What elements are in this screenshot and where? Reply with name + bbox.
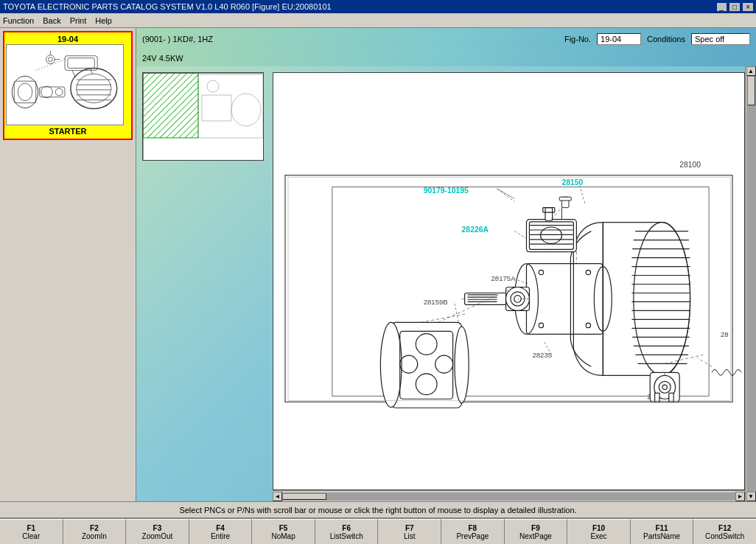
titlebar-title: TOYOTA ELECTRONIC PARTS CATALOG SYSTEM V… xyxy=(3,2,332,11)
figno-value: 19-04 xyxy=(597,33,641,45)
fkey-f7[interactable]: F7List xyxy=(378,519,441,544)
svg-point-85 xyxy=(455,327,469,403)
label-28175a: 28175A xyxy=(491,275,517,283)
fkey-f10[interactable]: F10Exec xyxy=(567,519,631,544)
scrollbar-thumb[interactable] xyxy=(747,76,755,105)
left-panel: 19-04 xyxy=(0,28,136,501)
fkey-f5[interactable]: F5NoMap xyxy=(252,519,315,544)
fkey-f3[interactable]: F3ZoomOut xyxy=(126,519,189,544)
scrollbar-track[interactable] xyxy=(746,76,756,492)
thumbnail-svg xyxy=(7,45,123,125)
main-container: 19-04 xyxy=(0,28,756,501)
fkey-f4[interactable]: F4Entire xyxy=(189,519,253,544)
scrollbar-right[interactable]: ▲ ▼ xyxy=(745,66,756,501)
fkey-f9[interactable]: F9NextPage xyxy=(505,519,568,544)
thumbnail-label: STARTER xyxy=(6,125,130,137)
fkey-f1[interactable]: F1Clear xyxy=(0,519,63,544)
status-text: Select PNCs or P/Ns with scroll bar or m… xyxy=(179,506,576,515)
function-keys-bar: F1ClearF2ZoomInF3ZoomOutF4EntireF5NoMapF… xyxy=(0,517,756,544)
scrollbar-left-button[interactable]: ◄ xyxy=(273,492,282,501)
figure-area[interactable]: 28100 90179-10195 28150 28226A 28175A 28… xyxy=(136,66,756,501)
thumbnail-box[interactable]: 19-04 xyxy=(3,31,133,140)
info-left: (9001- ) 1KD#, 1HZ xyxy=(142,35,213,43)
preview-svg xyxy=(143,73,264,161)
fkey-f2[interactable]: F2ZoomIn xyxy=(63,519,127,544)
fkey-f6[interactable]: F6ListSwitch xyxy=(315,519,379,544)
label-28226a: 28226A xyxy=(462,226,489,234)
diagram-svg: 28100 90179-10195 28150 28226A 28175A 28… xyxy=(273,73,744,489)
conditions-label: Conditions xyxy=(647,35,685,43)
svg-rect-26 xyxy=(143,73,198,138)
menu-help[interactable]: Help xyxy=(95,16,112,25)
menu-print[interactable]: Print xyxy=(70,16,87,25)
scrollbar-down-button[interactable]: ▼ xyxy=(746,492,756,501)
svg-point-76 xyxy=(506,287,530,310)
label-28235: 28235 xyxy=(532,351,552,359)
content-area: (9001- ) 1KD#, 1HZ Fig-No. 19-04 Conditi… xyxy=(136,28,756,501)
minimize-button[interactable]: _ xyxy=(717,3,727,11)
svg-rect-102 xyxy=(559,197,571,200)
thumbnail-figno: 19-04 xyxy=(6,34,130,44)
status-bar: Select PNCs or P/Ns with scroll bar or m… xyxy=(0,501,756,517)
subtitle-text: 24V 4.5KW xyxy=(142,54,183,63)
menu-back[interactable]: Back xyxy=(43,16,60,25)
info-right: Fig-No. 19-04 Conditions Spec off xyxy=(564,33,750,45)
scrollbar-right-button[interactable]: ► xyxy=(735,492,745,501)
conditions-value: Spec off xyxy=(691,33,750,45)
svg-point-84 xyxy=(380,322,402,407)
maximize-button[interactable]: □ xyxy=(729,3,740,11)
svg-rect-91 xyxy=(526,220,576,252)
titlebar: TOYOTA ELECTRONIC PARTS CATALOG SYSTEM V… xyxy=(0,0,756,13)
label-28100: 28100 xyxy=(679,161,701,169)
info-bar: (9001- ) 1KD#, 1HZ Fig-No. 19-04 Conditi… xyxy=(136,28,756,50)
fkey-f12[interactable]: F12CondSwitch xyxy=(693,519,756,544)
scrollbar-horizontal[interactable]: ◄ ► xyxy=(273,490,745,501)
menu-function[interactable]: Function xyxy=(3,16,34,25)
label-28-partial: 28 xyxy=(721,330,729,338)
label-28150: 28150 xyxy=(561,178,583,186)
scrollbar-up-button[interactable]: ▲ xyxy=(746,66,756,76)
scrollbar-horizontal-thumb[interactable] xyxy=(282,493,326,500)
scrollbar-horizontal-track[interactable] xyxy=(282,492,735,501)
svg-point-50 xyxy=(634,223,690,376)
figno-label: Fig-No. xyxy=(564,35,591,43)
svg-rect-93 xyxy=(545,208,553,221)
titlebar-controls[interactable]: _ □ × xyxy=(717,3,753,11)
label-28159b: 28159B xyxy=(424,298,448,306)
fkey-f8[interactable]: F8PrevPage xyxy=(441,519,505,544)
figure-preview-inner xyxy=(143,73,263,160)
label-90179: 90179-10195 xyxy=(424,186,469,195)
thumbnail-image[interactable] xyxy=(6,44,124,125)
subtitle-bar: 24V 4.5KW xyxy=(136,50,756,66)
figure-preview[interactable] xyxy=(142,72,264,161)
close-button[interactable]: × xyxy=(743,3,753,11)
fkey-f11[interactable]: F11PartsName xyxy=(631,519,694,544)
menubar: Function Back Print Help xyxy=(0,13,756,28)
main-diagram[interactable]: 28100 90179-10195 28150 28226A 28175A 28… xyxy=(273,72,745,490)
